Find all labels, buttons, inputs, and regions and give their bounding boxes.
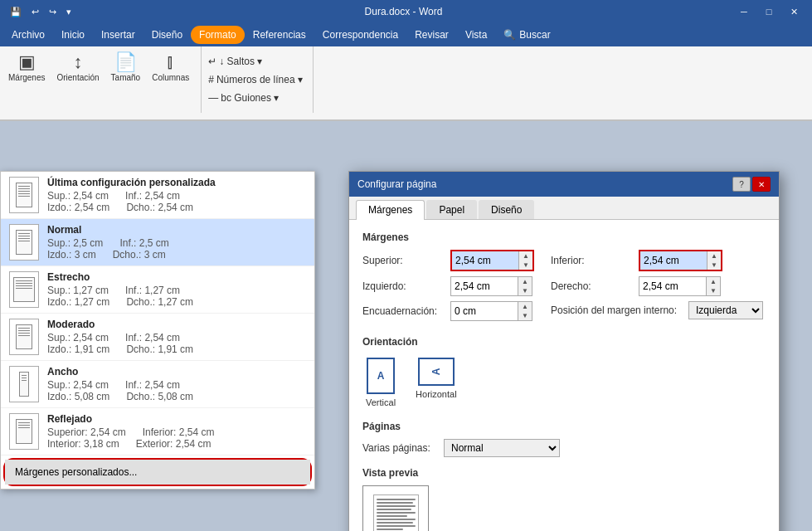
ribbon-size-button[interactable]: 📄 Tamaño [106, 48, 146, 85]
margins-fields-container: Superior: ▲ ▼ Izquierdo: [362, 250, 766, 326]
margin-item-ultima[interactable]: Última configuración personalizada Sup.:… [1, 172, 314, 219]
menu-formato[interactable]: Formato [191, 26, 245, 44]
hyphens-label: bc Guiones ▾ [221, 92, 279, 104]
margin-thumb-inner-ultima [16, 183, 32, 207]
close-button[interactable]: ✕ [782, 3, 805, 20]
spin-derecho-down[interactable]: ▼ [707, 286, 720, 295]
ribbon-linenumbers-button[interactable]: # Números de línea ▾ [205, 72, 306, 87]
spin-superior-up[interactable]: ▲ [519, 251, 532, 261]
margin-thumb-inner-ancho [19, 372, 29, 397]
margin-item-normal[interactable]: Normal Sup.: 2,5 cm Inf.: 2,5 cm Izdo.: … [1, 219, 314, 266]
field-input-derecho[interactable] [639, 277, 706, 295]
margin-item-estrecho[interactable]: Estrecho Sup.: 1,27 cm Inf.: 1,27 cm Izd… [1, 266, 314, 314]
margin-details-ultima: Sup.: 2,54 cm Inf.: 2,54 cm Izdo.: 2,54 … [47, 190, 306, 213]
field-row-inferior: Inferior: ▲ ▼ [551, 250, 763, 271]
custom-margins-border: Márgenes personalizados... [3, 458, 312, 486]
spin-inferior-up[interactable]: ▲ [707, 251, 721, 261]
margins-section-title: Márgenes [362, 231, 766, 243]
orientation-horizontal-icon: A [418, 358, 455, 386]
redo-button[interactable]: ↪ [46, 5, 60, 19]
ribbon-margins-button[interactable]: ▣ Márgenes [3, 48, 50, 85]
margin-lines-estrecho [14, 278, 34, 291]
field-input-group-encuadernacion: ▲ ▼ [450, 301, 532, 321]
field-input-encuadernacion[interactable] [451, 302, 518, 320]
ribbon: ▣ Márgenes ↕ Orientación 📄 Tamaño ⫿ Colu… [0, 46, 812, 121]
maximize-button[interactable]: □ [757, 3, 780, 20]
spin-superior-down[interactable]: ▼ [519, 261, 532, 270]
tab-diseno[interactable]: Diseño [479, 200, 534, 219]
menu-referencias[interactable]: Referencias [245, 26, 314, 44]
spin-encuadernacion-down[interactable]: ▼ [518, 311, 532, 320]
field-input-group-inferior: ▲ ▼ [639, 250, 722, 271]
dialog-close-button[interactable]: ✕ [752, 177, 771, 192]
ribbon-group-layout: ↵ ↓ Saltos ▾ # Números de línea ▾ — bc G… [202, 46, 314, 113]
ribbon-breaks-button[interactable]: ↵ ↓ Saltos ▾ [205, 54, 265, 69]
field-label-derecho: Derecho: [551, 280, 634, 292]
menu-insertar[interactable]: Insertar [93, 26, 143, 44]
orientation-vertical-icon: A [367, 358, 395, 394]
orientation-vertical-button[interactable]: A Vertical [362, 354, 399, 411]
margin-lines-moderado [17, 325, 32, 339]
margin-thumb-estrecho [9, 271, 39, 308]
menu-archivo[interactable]: Archivo [3, 26, 53, 44]
preview-apply-container: Vista previa [362, 467, 766, 531]
margin-item-reflejado[interactable]: Reflejado Superior: 2,54 cm Inferior: 2,… [1, 408, 314, 455]
custom-margins-button[interactable]: Márgenes personalizados... [5, 460, 310, 485]
tab-margenes[interactable]: Márgenes [356, 200, 425, 220]
field-input-inferior[interactable] [640, 251, 707, 270]
menu-inicio[interactable]: Inicio [53, 26, 93, 44]
title-bar: 💾 ↩ ↪ ▾ Dura.docx - Word ─ □ ✕ [0, 0, 812, 23]
orientation-horizontal-label: Horizontal [416, 389, 457, 399]
menu-correspondencia[interactable]: Correspondencia [314, 26, 406, 44]
title-bar-left: 💾 ↩ ↪ ▾ [7, 5, 75, 19]
minimize-button[interactable]: ─ [732, 3, 756, 20]
dialog-help-button[interactable]: ? [732, 177, 751, 192]
margins-dropdown: Última configuración personalizada Sup.:… [0, 171, 315, 490]
search-icon: 🔍 [503, 29, 516, 41]
spin-derecho-up[interactable]: ▲ [707, 277, 720, 286]
margin-thumb-normal [9, 224, 39, 261]
orientation-horizontal-button[interactable]: A Horizontal [412, 354, 460, 411]
apply-col: Aplicar a: Todo el documento De aquí en … [445, 467, 610, 531]
menu-buscar[interactable]: 🔍 Buscar [495, 26, 558, 44]
menu-diseno[interactable]: Diseño [143, 26, 191, 44]
orientation-vertical-label: Vertical [366, 397, 396, 407]
margin-thumb-reflejado [9, 413, 39, 450]
tab-papel[interactable]: Papel [426, 200, 477, 219]
margin-name-normal: Normal [47, 224, 306, 236]
menu-vista[interactable]: Vista [457, 26, 495, 44]
margins-left-col: Superior: ▲ ▼ Izquierdo: [362, 250, 534, 326]
margin-info-ultima: Última configuración personalizada Sup.:… [47, 177, 306, 213]
spin-superior: ▲ ▼ [518, 251, 532, 270]
margin-info-ancho: Ancho Sup.: 2,54 cm Inf.: 2,54 cm Izdo.:… [47, 366, 306, 402]
orientation-title: Orientación [362, 336, 766, 348]
custom-margins-label: Márgenes personalizados... [15, 466, 137, 478]
menu-revisar[interactable]: Revisar [406, 26, 457, 44]
spin-izquierdo-up[interactable]: ▲ [518, 277, 532, 286]
orientation-label: Orientación [56, 73, 99, 82]
ribbon-hyphens-button[interactable]: — bc Guiones ▾ [205, 90, 282, 105]
margin-details-ancho: Sup.: 2,54 cm Inf.: 2,54 cm Izdo.: 5,08 … [47, 379, 306, 402]
pages-title: Páginas [362, 421, 766, 432]
spin-inferior-down[interactable]: ▼ [707, 261, 721, 270]
orientation-section: Orientación A Vertical A Horizontal [362, 336, 766, 411]
field-label-izquierdo: Izquierdo: [362, 280, 445, 292]
quick-access-more-button[interactable]: ▾ [63, 5, 75, 19]
field-select-posicion-margen[interactable]: Izquierda Arriba [688, 301, 763, 319]
margin-item-ancho[interactable]: Ancho Sup.: 2,54 cm Inf.: 2,54 cm Izdo.:… [1, 361, 314, 408]
field-label-posicion-margen: Posición del margen interno: [551, 304, 683, 316]
ribbon-orientation-button[interactable]: ↕ Orientación [51, 48, 104, 85]
spin-encuadernacion-up[interactable]: ▲ [518, 302, 532, 311]
pages-label: Varias páginas: [362, 442, 437, 454]
margin-lines-reflejado [17, 420, 32, 431]
field-input-izquierdo[interactable] [451, 277, 518, 295]
save-button[interactable]: 💾 [7, 5, 25, 19]
field-input-group-izquierdo: ▲ ▼ [450, 276, 532, 296]
spin-izquierdo-down[interactable]: ▼ [518, 286, 532, 295]
field-label-encuadernacion: Encuadernación: [362, 305, 445, 317]
field-input-superior[interactable] [452, 251, 518, 270]
pages-select[interactable]: Normal Márgenes simétricos 2 páginas por… [444, 439, 560, 457]
undo-button[interactable]: ↩ [28, 5, 42, 19]
margin-item-moderado[interactable]: Moderado Sup.: 2,54 cm Inf.: 2,54 cm Izd… [1, 314, 314, 361]
ribbon-columns-button[interactable]: ⫿ Columnas [147, 48, 194, 85]
